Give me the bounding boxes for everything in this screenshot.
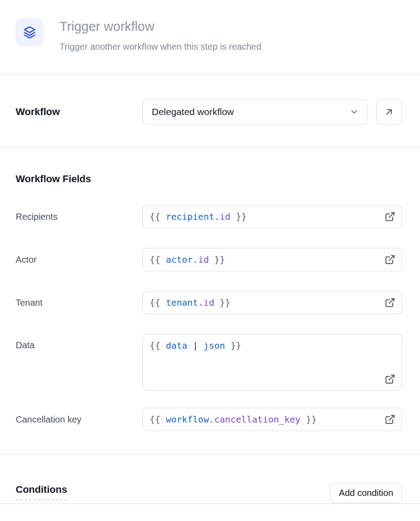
field-label: Data <box>16 334 142 350</box>
external-link-icon[interactable] <box>385 211 395 222</box>
tenant-template-input[interactable]: {{ tenant.id }} <box>142 291 402 314</box>
liquid-code: {{ data | json }} <box>150 340 241 351</box>
conditions-section: Conditions Add condition <box>0 455 420 504</box>
cancellation-key-template-input[interactable]: {{ workflow.cancellation_key }} <box>142 408 402 431</box>
workflow-fields-list: Recipients {{ recipient.id }} Actor {{ a… <box>16 205 402 431</box>
workflow-select[interactable]: Delegated workflow <box>142 99 367 124</box>
layers-icon <box>22 25 37 40</box>
step-subtitle: Trigger another workflow when this step … <box>60 42 261 52</box>
add-condition-button[interactable]: Add condition <box>330 483 402 503</box>
liquid-code: {{ workflow.cancellation_key }} <box>150 414 317 425</box>
step-icon-tile <box>16 18 43 46</box>
workflow-fields-heading: Workflow Fields <box>16 173 402 185</box>
field-label: Actor <box>16 255 142 265</box>
conditions-heading: Conditions <box>16 484 67 500</box>
field-row-actor: Actor {{ actor.id }} <box>16 248 402 271</box>
field-row-cancellation-key: Cancellation key {{ workflow.cancellatio… <box>16 408 402 431</box>
actor-template-input[interactable]: {{ actor.id }} <box>142 248 402 271</box>
step-title-block: Trigger workflow Trigger another workflo… <box>60 18 261 52</box>
field-label: Recipients <box>16 212 142 222</box>
recipients-template-input[interactable]: {{ recipient.id }} <box>142 205 402 228</box>
chevron-down-icon <box>349 107 359 117</box>
open-workflow-button[interactable] <box>376 99 402 124</box>
arrow-up-right-icon <box>384 107 394 117</box>
liquid-code: {{ actor.id }} <box>150 254 225 265</box>
workflow-selector-row: Workflow Delegated workflow <box>0 75 420 148</box>
field-label: Tenant <box>16 298 142 308</box>
field-row-recipients: Recipients {{ recipient.id }} <box>16 205 402 228</box>
workflow-fields-section: Workflow Fields Recipients {{ recipient.… <box>0 148 420 455</box>
field-label: Cancellation key <box>16 414 142 425</box>
liquid-code: {{ recipient.id }} <box>150 211 247 222</box>
workflow-label: Workflow <box>16 106 142 118</box>
workflow-select-value: Delegated workflow <box>152 107 234 117</box>
external-link-icon[interactable] <box>385 254 395 265</box>
field-row-data: Data {{ data | json }} <box>16 334 402 391</box>
external-link-icon[interactable] <box>385 297 395 308</box>
step-title[interactable]: Trigger workflow <box>60 19 261 34</box>
step-header: Trigger workflow Trigger another workflo… <box>0 0 420 75</box>
external-link-icon[interactable] <box>385 374 395 384</box>
field-row-tenant: Tenant {{ tenant.id }} <box>16 291 402 314</box>
external-link-icon[interactable] <box>385 414 395 425</box>
liquid-code: {{ tenant.id }} <box>150 297 231 308</box>
data-template-input[interactable]: {{ data | json }} <box>142 334 402 391</box>
